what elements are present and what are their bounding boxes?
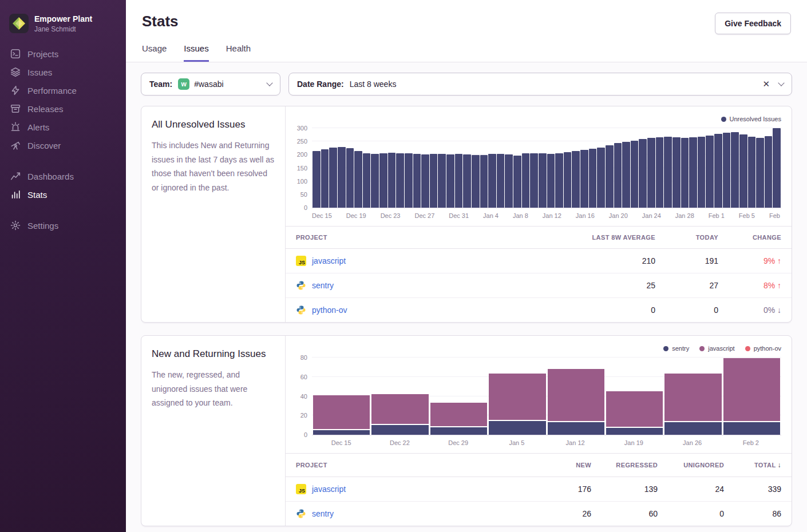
stacked-bar: [430, 358, 487, 435]
bar-segment-sentry: [489, 421, 545, 435]
unresolved-issues-bar: [622, 142, 630, 208]
table-row: JS javascript 176 139 24 339: [286, 477, 792, 502]
dashboards-icon: [10, 171, 21, 181]
x-axis-label: Feb 5: [739, 212, 755, 219]
tab-health[interactable]: Health: [226, 43, 251, 62]
legend-label: Unresolved Issues: [730, 116, 782, 122]
legend-item-python-ov[interactable]: python-ov: [745, 345, 781, 352]
sidebar-item-issues[interactable]: Issues: [0, 63, 126, 81]
sidebar-item-label: Releases: [27, 104, 64, 114]
python-project-icon: [296, 280, 306, 291]
sidebar: Empower Plant Jane Schmidt Projects Issu…: [0, 0, 126, 532]
stats-tabs: Usage Issues Health: [142, 43, 791, 62]
unresolved-issues-bar: [547, 154, 555, 208]
legend-dot: [721, 117, 726, 122]
tab-issues[interactable]: Issues: [184, 43, 208, 62]
sidebar-item-performance[interactable]: Performance: [0, 81, 126, 100]
team-avatar: w: [178, 78, 189, 90]
sidebar-nav-primary: Projects Issues Performance Releases: [0, 45, 126, 154]
sidebar-item-alerts[interactable]: Alerts: [0, 118, 126, 136]
bar-segment-javascript: [430, 403, 487, 426]
sidebar-item-settings[interactable]: Settings: [0, 216, 126, 235]
sidebar-item-discover[interactable]: Discover: [0, 136, 126, 154]
team-select[interactable]: Team: w #wasabi: [141, 73, 280, 96]
sidebar-item-label: Dashboards: [27, 172, 74, 181]
sidebar-nav-tertiary: Settings: [0, 216, 126, 235]
unresolved-issues-bar: [522, 153, 530, 208]
page-title: Stats: [142, 13, 179, 30]
panel-description: This includes New and Returning issues i…: [152, 138, 275, 194]
legend-item-unresolved-issues[interactable]: Unresolved Issues: [721, 116, 782, 122]
legend-item-sentry[interactable]: sentry: [663, 345, 689, 352]
unresolved-issues-bar: [647, 138, 655, 208]
sidebar-item-dashboards[interactable]: Dashboards: [0, 167, 126, 185]
column-header-change: CHANGE: [729, 227, 792, 249]
org-switcher[interactable]: Empower Plant Jane Schmidt: [0, 9, 126, 45]
x-axis-label: Feb: [769, 212, 780, 219]
bar-segment-sentry: [723, 422, 780, 435]
unresolved-issues-bar: [564, 152, 572, 208]
sidebar-item-releases[interactable]: Releases: [0, 100, 126, 118]
unresolved-issues-bar: [480, 155, 488, 208]
project-link-sentry[interactable]: sentry: [312, 509, 334, 518]
chevron-down-icon: [266, 80, 272, 86]
content-area: Team: w #wasabi Date Range: Last 8 weeks…: [126, 62, 807, 532]
arrow-up-icon: ↑: [777, 281, 781, 290]
x-axis: Dec 15Dec 19Dec 23Dec 27Dec 31Jan 4Jan 8…: [312, 212, 780, 219]
unresolved-issues-bar: [455, 154, 463, 208]
chart-plot-area: 020406080: [312, 358, 781, 435]
today-value: 0: [666, 298, 729, 323]
unresolved-issues-bar: [446, 154, 454, 208]
project-link-javascript[interactable]: javascript: [312, 256, 346, 265]
x-axis-label: Jan 24: [642, 212, 661, 219]
last8w-average-value: 210: [540, 249, 666, 273]
page-header: Stats Give Feedback Usage Issues Health: [126, 0, 807, 62]
bar-segment-javascript: [664, 374, 721, 421]
org-name: Empower Plant: [34, 14, 92, 24]
column-header-regressed: REGRESSED: [602, 454, 668, 477]
bar-segment-sentry: [371, 425, 428, 435]
column-header-unignored: UNIGNORED: [668, 454, 734, 477]
date-range-select[interactable]: Date Range: Last 8 weeks ✕: [288, 73, 792, 96]
x-axis-label: Jan 20: [609, 212, 628, 219]
x-axis-label: Jan 19: [604, 439, 663, 446]
give-feedback-button[interactable]: Give Feedback: [715, 13, 791, 34]
unresolved-issues-bar: [580, 150, 588, 208]
arrow-down-icon: ↓: [777, 305, 781, 315]
nav-divider: [0, 204, 126, 216]
sidebar-item-stats[interactable]: Stats: [0, 185, 126, 204]
clear-icon[interactable]: ✕: [762, 79, 770, 89]
performance-icon: [10, 85, 21, 96]
unresolved-issues-bar: [505, 154, 513, 208]
unresolved-issues-chart: Unresolved Issues 050100150200250300 Dec…: [286, 106, 792, 226]
x-axis-label: Jan 12: [546, 439, 604, 446]
releases-icon: [10, 104, 21, 114]
unresolved-issues-bar: [346, 148, 354, 208]
bar-segment-javascript: [371, 394, 428, 424]
team-value: #wasabi: [194, 80, 223, 89]
app-window: Empower Plant Jane Schmidt Projects Issu…: [0, 0, 807, 532]
x-axis-label: Jan 8: [513, 212, 528, 219]
project-link-javascript[interactable]: javascript: [312, 485, 346, 494]
change-value: 0% ↓: [764, 305, 781, 315]
unresolved-issues-bar: [572, 151, 580, 208]
sidebar-item-projects[interactable]: Projects: [0, 45, 126, 63]
legend-item-javascript[interactable]: javascript: [699, 345, 734, 352]
x-axis-label: Dec 31: [449, 212, 469, 219]
unignored-value: 0: [668, 502, 734, 526]
project-link-python-ov[interactable]: python-ov: [312, 305, 347, 315]
legend-dot: [663, 346, 668, 351]
x-axis-label: Dec 19: [346, 212, 366, 219]
unresolved-issues-bar: [530, 153, 538, 208]
table-row: sentry 25 27 8% ↑: [286, 273, 792, 298]
column-header-total-sort[interactable]: TOTAL↓: [734, 454, 792, 477]
x-axis-label: Jan 5: [488, 439, 546, 446]
stacked-bar: [664, 358, 721, 435]
unresolved-issues-table: PROJECT LAST 8W AVERAGE TODAY CHANGE JS: [286, 226, 792, 322]
alerts-icon: [10, 122, 21, 132]
unresolved-issues-bar: [689, 137, 697, 208]
tab-usage[interactable]: Usage: [142, 43, 167, 62]
python-project-icon: [296, 509, 306, 519]
project-link-sentry[interactable]: sentry: [312, 281, 334, 290]
unresolved-issues-bar: [539, 153, 547, 208]
